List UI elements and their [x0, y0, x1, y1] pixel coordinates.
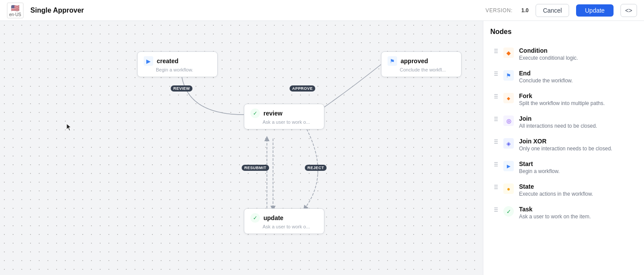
end-icon: ⚑ [388, 56, 397, 66]
drag-handle-state[interactable]: ⠿ [494, 184, 498, 191]
node-icon-task: ✓ [503, 206, 514, 217]
node-name-join-xor: Join XOR [519, 138, 634, 145]
node-icon-fork: ◆ [503, 93, 514, 103]
node-item-state[interactable]: ⠿ ● State Execute actions in the workflo… [490, 179, 637, 201]
edge-label-approve: APPROVE [290, 85, 315, 92]
node-name-start: Start [519, 160, 634, 167]
node-info-end: End Conclude the workflow. [519, 70, 634, 84]
node-approved-title: approved [401, 58, 428, 65]
node-desc-end: Conclude the workflow. [519, 78, 634, 84]
node-desc-task: Ask a user to work on the item. [519, 214, 634, 220]
version-label: VERSION: [486, 7, 513, 14]
drag-handle-fork[interactable]: ⠿ [494, 93, 498, 100]
drag-handle-join[interactable]: ⠿ [494, 116, 498, 123]
node-icon-end: ⚑ [503, 70, 514, 81]
drag-handle-task[interactable]: ⠿ [494, 207, 498, 214]
edge-label-review: REVIEW [171, 85, 192, 92]
nodes-list: ⠿ ◆ Condition Execute conditional logic.… [490, 43, 637, 224]
node-info-condition: Condition Execute conditional logic. [519, 47, 634, 61]
workflow-canvas[interactable]: ▶ created Begin a workflow. ⚑ approved C… [0, 21, 483, 275]
node-icon-join: ◎ [503, 115, 514, 126]
edge-label-resubmit: RESUBMIT [242, 165, 269, 171]
node-desc-join: All interactions need to be closed. [519, 123, 634, 129]
edge-label-reject: REJECT [305, 165, 327, 171]
update-button[interactable]: Update [576, 4, 613, 17]
node-desc-start: Begin a workflow. [519, 168, 634, 174]
node-item-join[interactable]: ⠿ ◎ Join All interactions need to be clo… [490, 111, 637, 133]
node-item-condition[interactable]: ⠿ ◆ Condition Execute conditional logic. [490, 43, 637, 65]
node-icon-join-xor: ◈ [503, 138, 514, 149]
node-icon-start: ▶ [503, 161, 514, 171]
drag-handle-condition[interactable]: ⠿ [494, 48, 498, 55]
node-approved-subtitle: Conclude the workfl... [388, 67, 455, 72]
drag-handle-end[interactable]: ⠿ [494, 71, 498, 78]
cursor [66, 123, 71, 130]
locale-text: en·US [9, 12, 21, 17]
node-info-join-xor: Join XOR Only one interaction needs to b… [519, 138, 634, 152]
node-info-fork: Fork Split the workflow into multiple pa… [519, 92, 634, 106]
node-item-end[interactable]: ⠿ ⚑ End Conclude the workflow. [490, 65, 637, 88]
node-name-task: Task [519, 206, 634, 213]
node-name-join: Join [519, 115, 634, 122]
node-review-subtitle: Ask a user to work o... [250, 119, 318, 125]
start-icon: ▶ [144, 56, 153, 66]
node-desc-state: Execute actions in the workflow. [519, 191, 634, 197]
version-value: 1.0 [521, 7, 529, 14]
canvas-node-update[interactable]: ✓ update Ask a user to work o... [244, 208, 324, 234]
canvas-node-review[interactable]: ✓ review Ask a user to work o... [244, 104, 324, 129]
locale-selector[interactable]: 🇺🇸 en·US [7, 3, 24, 18]
node-item-task[interactable]: ⠿ ✓ Task Ask a user to work on the item. [490, 201, 637, 224]
node-item-join-xor[interactable]: ⠿ ◈ Join XOR Only one interaction needs … [490, 133, 637, 156]
drag-handle-join-xor[interactable]: ⠿ [494, 139, 498, 146]
nodes-panel-title: Nodes [490, 28, 637, 36]
node-name-fork: Fork [519, 92, 634, 99]
node-name-end: End [519, 70, 634, 77]
node-name-state: State [519, 183, 634, 190]
task-review-icon: ✓ [250, 109, 260, 118]
page-title: Single Approver [30, 7, 479, 14]
canvas-node-approved[interactable]: ⚑ approved Conclude the workfl... [381, 51, 462, 77]
node-icon-condition: ◆ [503, 48, 514, 58]
node-name-condition: Condition [519, 47, 634, 54]
node-item-start[interactable]: ⠿ ▶ Start Begin a workflow. [490, 156, 637, 179]
node-info-join: Join All interactions need to be closed. [519, 115, 634, 129]
node-desc-condition: Execute conditional logic. [519, 55, 634, 61]
node-created-subtitle: Begin a workflow. [144, 67, 211, 72]
code-button[interactable]: <> [620, 4, 637, 17]
nodes-panel: Nodes ⠿ ◆ Condition Execute conditional … [483, 21, 644, 275]
task-update-icon: ✓ [250, 213, 260, 223]
node-icon-state: ● [503, 183, 514, 194]
node-desc-join-xor: Only one interaction needs to be closed. [519, 146, 634, 152]
node-update-title: update [263, 214, 283, 221]
node-desc-fork: Split the workflow into multiple paths. [519, 100, 634, 106]
code-icon: <> [625, 7, 632, 14]
node-info-start: Start Begin a workflow. [519, 160, 634, 174]
node-created-title: created [157, 58, 179, 65]
node-item-fork[interactable]: ⠿ ◆ Fork Split the workflow into multipl… [490, 88, 637, 111]
main-layout: ▶ created Begin a workflow. ⚑ approved C… [0, 21, 644, 275]
node-update-subtitle: Ask a user to work o... [250, 224, 318, 229]
node-review-title: review [263, 110, 283, 117]
canvas-node-created[interactable]: ▶ created Begin a workflow. [137, 51, 218, 77]
drag-handle-start[interactable]: ⠿ [494, 161, 498, 168]
header: 🇺🇸 en·US Single Approver VERSION: 1.0 Ca… [0, 0, 644, 21]
node-info-task: Task Ask a user to work on the item. [519, 206, 634, 220]
flag-icon: 🇺🇸 [11, 4, 20, 12]
cancel-button[interactable]: Cancel [536, 4, 570, 17]
node-info-state: State Execute actions in the workflow. [519, 183, 634, 197]
